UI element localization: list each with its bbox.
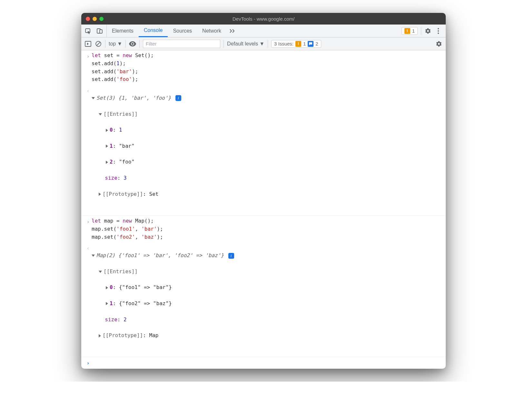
inspect-element-icon[interactable] — [85, 27, 92, 35]
prompt-input[interactable] — [92, 358, 442, 367]
expand-toggle-icon[interactable] — [106, 129, 108, 132]
expand-toggle-icon[interactable] — [106, 286, 108, 289]
sidebar-toggle-icon[interactable] — [85, 40, 92, 47]
expand-toggle-icon[interactable] — [92, 255, 95, 257]
tab-network[interactable]: Network — [197, 25, 226, 37]
command-text: let set = new Set();set.add(1);set.add('… — [92, 52, 442, 84]
close-window-button[interactable] — [86, 17, 90, 21]
warning-icon: ! — [404, 28, 410, 34]
prompt-icon: › — [85, 358, 92, 367]
divider — [105, 40, 105, 48]
issues-label: 3 Issues: — [274, 41, 293, 46]
window-title: DevTools - www.google.com/ — [81, 16, 446, 22]
expand-toggle-icon[interactable] — [106, 161, 108, 164]
svg-point-5 — [438, 33, 439, 34]
warnings-number: 1 — [412, 28, 415, 34]
titlebar: DevTools - www.google.com/ — [81, 13, 446, 25]
divider — [224, 40, 224, 48]
svg-point-4 — [438, 30, 439, 32]
chevron-down-icon: ▼ — [259, 41, 264, 47]
context-selector[interactable]: top ▼ — [109, 41, 122, 47]
info-icon[interactable]: i — [175, 95, 181, 101]
console-result: ‹ Set(3) {1, 'bar', 'foo'} i [[Entries]]… — [81, 85, 446, 216]
more-tabs-icon[interactable] — [226, 25, 239, 37]
divider — [139, 40, 140, 48]
expand-toggle-icon[interactable] — [92, 97, 95, 99]
settings-gear-icon[interactable] — [424, 27, 432, 35]
return-icon: ‹ — [85, 86, 92, 214]
prompt-icon: › — [85, 217, 92, 241]
panel-tabs: Elements Console Sources Network — [107, 25, 226, 37]
tab-console[interactable]: Console — [139, 25, 168, 37]
issues-warn-count: 1 — [303, 41, 306, 46]
maximize-window-button[interactable] — [99, 17, 104, 21]
result-body[interactable]: Set(3) {1, 'bar', 'foo'} i [[Entries]] 0… — [92, 86, 442, 214]
command-text: let map = new Map();map.set('foo1', 'bar… — [92, 217, 442, 241]
divider — [421, 27, 421, 35]
minimize-window-button[interactable] — [93, 17, 97, 21]
console-settings-gear-icon[interactable] — [435, 40, 442, 47]
console-output: › let set = new Set();set.add(1);set.add… — [81, 50, 446, 369]
svg-point-3 — [438, 28, 439, 29]
divider — [268, 40, 268, 48]
result-body[interactable]: Map(2) {'foo1' => 'bar', 'foo2' => 'baz'… — [92, 244, 442, 355]
expand-toggle-icon[interactable] — [99, 271, 102, 273]
expand-toggle-icon[interactable] — [99, 193, 101, 196]
context-label: top — [109, 41, 116, 47]
issues-box[interactable]: 3 Issues: ! 1 2 — [271, 40, 321, 48]
svg-line-8 — [97, 42, 100, 45]
expand-toggle-icon[interactable] — [99, 113, 102, 115]
console-toolbar: top ▼ Default levels ▼ 3 Issues: ! 1 2 — [81, 37, 446, 50]
console-result: ‹ Map(2) {'foo1' => 'bar', 'foo2' => 'ba… — [81, 242, 446, 357]
tab-elements[interactable]: Elements — [107, 25, 139, 37]
kebab-menu-icon[interactable] — [435, 27, 442, 35]
levels-label: Default levels — [227, 41, 258, 47]
inspect-controls — [83, 25, 107, 37]
warnings-count[interactable]: ! 1 — [402, 27, 418, 35]
expand-toggle-icon[interactable] — [99, 334, 101, 337]
window-controls — [86, 17, 104, 21]
issues-msg-count: 2 — [315, 41, 318, 46]
tab-sources[interactable]: Sources — [168, 25, 197, 37]
tabs-bar: Elements Console Sources Network ! 1 — [81, 25, 446, 37]
console-command: › let map = new Map();map.set('foo1', 'b… — [81, 216, 446, 242]
eye-icon[interactable] — [129, 40, 136, 47]
filter-input[interactable] — [143, 40, 220, 48]
device-toolbar-icon[interactable] — [96, 27, 103, 35]
svg-rect-2 — [100, 30, 102, 33]
info-icon[interactable]: i — [228, 253, 234, 259]
devtools-window: DevTools - www.google.com/ Elements Cons… — [81, 13, 446, 369]
return-icon: ‹ — [85, 244, 92, 355]
expand-toggle-icon[interactable] — [106, 145, 108, 148]
clear-console-icon[interactable] — [95, 40, 102, 47]
log-levels-selector[interactable]: Default levels ▼ — [227, 41, 264, 47]
console-prompt[interactable]: › — [81, 357, 446, 369]
message-icon — [308, 41, 313, 47]
chevron-down-icon: ▼ — [117, 41, 122, 47]
prompt-icon: › — [85, 52, 92, 84]
warning-icon: ! — [295, 41, 301, 47]
expand-toggle-icon[interactable] — [106, 302, 108, 305]
console-command: › let set = new Set();set.add(1);set.add… — [81, 50, 446, 85]
divider — [125, 40, 126, 48]
